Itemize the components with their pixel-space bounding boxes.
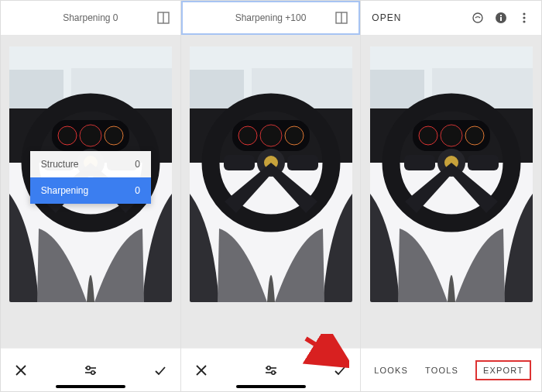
cancel-button[interactable] xyxy=(15,364,27,377)
more-icon[interactable] xyxy=(518,12,530,24)
option-value: 0 xyxy=(135,159,140,170)
layers-icon[interactable] xyxy=(472,12,484,24)
main-topbar: OPEN xyxy=(361,1,541,35)
option-value: 0 xyxy=(135,185,140,196)
adjust-button[interactable] xyxy=(265,364,277,377)
option-sharpening[interactable]: Sharpening 0 xyxy=(30,177,151,204)
option-label: Sharpening xyxy=(41,185,88,196)
image-preview[interactable]: Structure 0 Sharpening 0 xyxy=(1,35,180,348)
info-icon[interactable] xyxy=(495,12,507,24)
edited-photo xyxy=(370,46,533,302)
editor-bottombar xyxy=(181,348,361,391)
home-indicator xyxy=(236,385,306,388)
option-label: Structure xyxy=(41,159,79,170)
editor-bottombar xyxy=(1,348,180,391)
panel-1: Sharpening 0 Structure 0 Sharpening 0 xyxy=(1,1,181,391)
main-bottombar: LOOKS TOOLS EXPORT xyxy=(361,348,541,391)
edited-photo xyxy=(190,46,352,302)
confirm-button[interactable] xyxy=(154,364,166,377)
slider-value-label: Sharpening 0 xyxy=(63,12,118,23)
panel-2: Sharpening +100 xyxy=(181,1,362,391)
slider-value-label: Sharpening +100 xyxy=(235,12,307,23)
screenshot-container: Sharpening 0 Structure 0 Sharpening 0 xyxy=(0,0,542,392)
home-indicator xyxy=(56,385,125,388)
adjust-button[interactable] xyxy=(84,364,97,377)
panel-3: OPEN LOOKS TOOLS EXPORT xyxy=(361,1,541,391)
image-preview[interactable] xyxy=(181,35,361,348)
cancel-button[interactable] xyxy=(195,364,208,377)
open-button[interactable]: OPEN xyxy=(372,12,401,23)
option-structure[interactable]: Structure 0 xyxy=(30,151,151,177)
compare-icon[interactable] xyxy=(157,12,170,24)
topbar-actions xyxy=(472,12,530,24)
editor-topbar-highlighted: Sharpening +100 xyxy=(181,1,361,35)
confirm-button[interactable] xyxy=(334,364,346,377)
compare-icon[interactable] xyxy=(335,12,348,24)
adjust-menu: Structure 0 Sharpening 0 xyxy=(30,151,151,204)
export-tab[interactable]: EXPORT xyxy=(475,360,531,380)
image-preview[interactable] xyxy=(361,35,541,348)
editor-topbar: Sharpening 0 xyxy=(1,1,180,35)
looks-tab[interactable]: LOOKS xyxy=(374,366,408,375)
tools-tab[interactable]: TOOLS xyxy=(425,366,458,375)
